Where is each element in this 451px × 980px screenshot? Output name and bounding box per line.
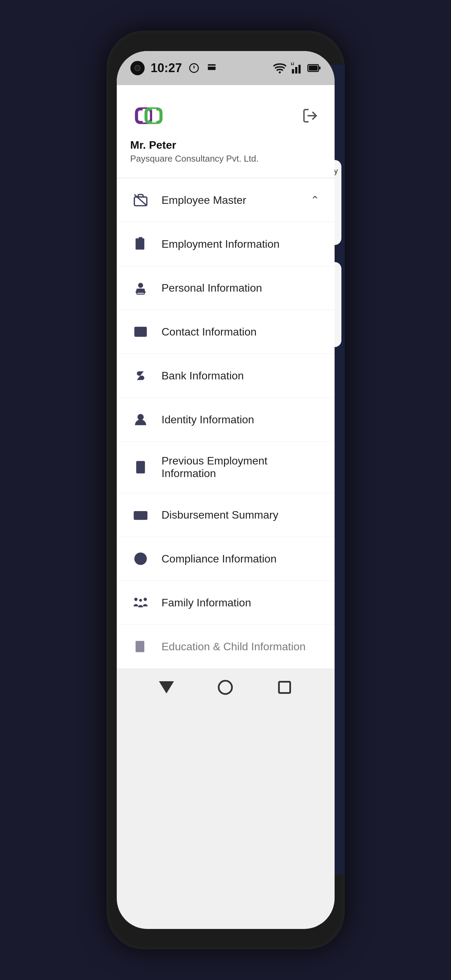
app-content: Mr. Peter Paysquare Consultancy Pvt. Ltd… bbox=[117, 85, 335, 669]
home-button[interactable] bbox=[215, 677, 236, 698]
status-bar: 10:27 bbox=[117, 51, 335, 85]
phone-frame: ry nent 10:27 bbox=[107, 30, 345, 950]
chevron-up-icon: ⌃ bbox=[311, 194, 320, 207]
menu-item-contact-information[interactable]: Contact Information bbox=[117, 310, 335, 354]
menu-item-disbursement-summary[interactable]: Disbursement Summary bbox=[117, 493, 335, 537]
menu-item-education-child[interactable]: Education & Child Information bbox=[117, 625, 335, 669]
menu-item-identity-information[interactable]: Identity Information bbox=[117, 398, 335, 442]
svg-rect-17 bbox=[319, 67, 320, 70]
logout-icon bbox=[302, 108, 318, 124]
previous-employment-label: Previous Employment Information bbox=[162, 455, 320, 480]
svg-point-32 bbox=[137, 414, 143, 420]
svg-rect-8 bbox=[208, 64, 215, 70]
identity-icon bbox=[132, 411, 150, 428]
menu-item-previous-employment[interactable]: Previous Employment Information bbox=[117, 442, 335, 493]
menu-item-employment-information[interactable]: Employment Information bbox=[117, 222, 335, 266]
home-icon bbox=[218, 680, 233, 695]
logo bbox=[131, 102, 259, 129]
recent-apps-button[interactable] bbox=[274, 677, 295, 698]
menu-item-personal-information[interactable]: Personal Information bbox=[117, 266, 335, 310]
wifi-icon bbox=[273, 63, 286, 73]
menu-item-compliance-information[interactable]: Compliance Information bbox=[117, 537, 335, 581]
header: Mr. Peter Paysquare Consultancy Pvt. Ltd… bbox=[117, 85, 335, 178]
contact-information-label: Contact Information bbox=[162, 326, 320, 338]
camera bbox=[131, 61, 145, 75]
personal-icon bbox=[132, 279, 150, 297]
svg-rect-48 bbox=[135, 641, 144, 652]
user-info: Mr. Peter Paysquare Consultancy Pvt. Ltd… bbox=[131, 139, 259, 164]
bottom-navigation bbox=[117, 669, 335, 706]
status-right bbox=[273, 63, 321, 73]
menu-item-employee-master[interactable]: Employee Master ⌃ bbox=[117, 178, 335, 222]
svg-rect-38 bbox=[134, 511, 147, 520]
education-child-label: Education & Child Information bbox=[162, 640, 320, 653]
status-left: 10:27 bbox=[131, 61, 217, 75]
employee-master-label: Employee Master bbox=[162, 194, 298, 207]
signal-icon bbox=[291, 63, 303, 73]
svg-rect-16 bbox=[309, 66, 317, 70]
notification-icon bbox=[206, 62, 217, 74]
back-icon bbox=[159, 681, 174, 694]
compliance-information-label: Compliance Information bbox=[162, 553, 320, 565]
svg-line-19 bbox=[134, 195, 147, 206]
svg-point-45 bbox=[134, 598, 137, 601]
education-icon bbox=[132, 638, 150, 655]
logo-user-section: Mr. Peter Paysquare Consultancy Pvt. Ltd… bbox=[131, 102, 259, 164]
family-icon bbox=[132, 594, 150, 611]
employment-information-label: Employment Information bbox=[162, 238, 320, 250]
svg-point-10 bbox=[279, 72, 281, 73]
identity-information-label: Identity Information bbox=[162, 414, 320, 426]
phone-screen: 10:27 bbox=[117, 51, 335, 929]
employment-icon bbox=[132, 235, 150, 253]
menu-item-bank-information[interactable]: Bank Information bbox=[117, 354, 335, 398]
svg-point-47 bbox=[139, 599, 142, 601]
svg-rect-12 bbox=[295, 67, 297, 73]
bank-icon bbox=[132, 367, 150, 385]
svg-rect-33 bbox=[136, 461, 145, 474]
svg-point-44 bbox=[140, 561, 141, 562]
status-time: 10:27 bbox=[151, 61, 182, 75]
disbursement-summary-label: Disbursement Summary bbox=[162, 509, 320, 521]
svg-rect-11 bbox=[292, 69, 294, 73]
svg-rect-20 bbox=[135, 239, 144, 250]
menu-container: Employee Master ⌃ Employment bbox=[117, 178, 335, 669]
svg-rect-24 bbox=[139, 237, 142, 240]
previous-employment-icon bbox=[132, 458, 150, 476]
recent-icon bbox=[278, 681, 291, 694]
menu-item-family-information[interactable]: Family Information bbox=[117, 581, 335, 625]
compliance-icon bbox=[132, 550, 150, 568]
svg-rect-13 bbox=[298, 65, 300, 73]
briefcase-icon bbox=[132, 191, 150, 209]
alarm-icon bbox=[188, 62, 200, 74]
personal-information-label: Personal Information bbox=[162, 282, 320, 294]
battery-icon bbox=[308, 63, 321, 73]
contact-icon bbox=[132, 323, 150, 340]
logout-button[interactable] bbox=[299, 105, 321, 127]
svg-point-37 bbox=[140, 470, 141, 472]
bank-information-label: Bank Information bbox=[162, 369, 320, 382]
paysquare-logo bbox=[131, 102, 171, 129]
family-information-label: Family Information bbox=[162, 597, 320, 609]
company-name: Paysquare Consultancy Pvt. Ltd. bbox=[131, 153, 259, 164]
back-button[interactable] bbox=[156, 677, 177, 698]
svg-point-46 bbox=[143, 598, 147, 601]
user-name: Mr. Peter bbox=[131, 139, 259, 151]
disbursement-icon bbox=[132, 506, 150, 524]
svg-point-25 bbox=[138, 283, 143, 288]
svg-rect-14 bbox=[292, 63, 293, 65]
svg-point-28 bbox=[137, 329, 140, 332]
